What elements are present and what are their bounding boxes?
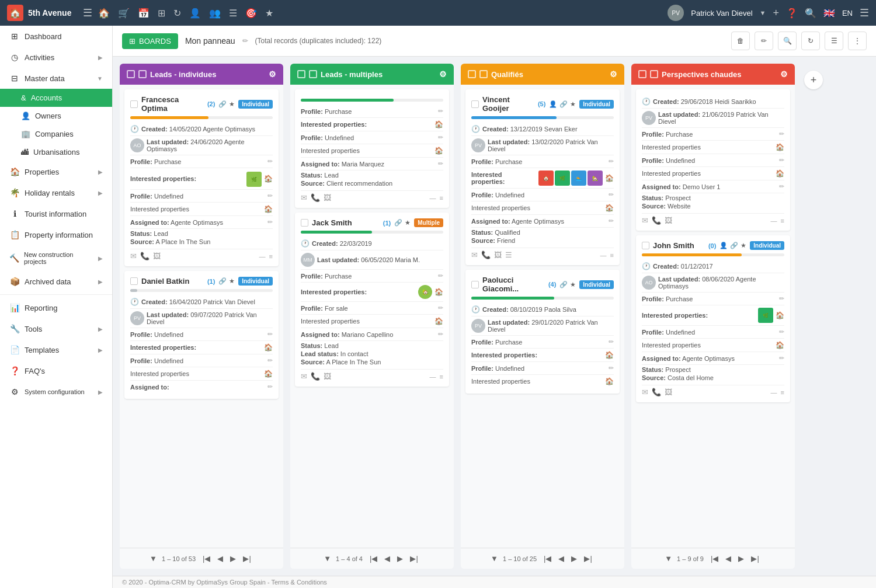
target-icon[interactable]: 🎯 bbox=[245, 8, 257, 19]
link-icon-paolucci[interactable]: 🔗 bbox=[559, 281, 568, 288]
footer-dash-vincent[interactable]: — bbox=[600, 252, 607, 259]
image-icon-heidi[interactable]: 🖼 bbox=[665, 216, 672, 225]
footer-dash-u[interactable]: — bbox=[430, 194, 436, 201]
col-checkbox2[interactable] bbox=[138, 70, 147, 78]
add-icon[interactable]: + bbox=[773, 7, 779, 19]
user-dropdown-arrow[interactable]: ▼ bbox=[760, 9, 766, 16]
email-icon[interactable]: ✉ bbox=[130, 252, 137, 260]
image-icon-john[interactable]: 🖼 bbox=[665, 388, 672, 396]
sidebar-item-activities[interactable]: ◷ Activities ▶ bbox=[0, 47, 112, 68]
nav-prev-q[interactable]: ◀ bbox=[556, 553, 566, 564]
sidebar-item-tourist-info[interactable]: ℹ Tourist information bbox=[0, 203, 112, 224]
phone-icon[interactable]: 📞 bbox=[140, 252, 150, 260]
col-checkbox-p1[interactable] bbox=[638, 70, 646, 78]
edit-profile2-heidi[interactable]: ✏ bbox=[779, 156, 784, 164]
phone-icon-john[interactable]: 📞 bbox=[652, 388, 661, 396]
link-icon-jack[interactable]: 🔗 bbox=[394, 219, 402, 227]
card-checkbox-john[interactable] bbox=[642, 242, 649, 249]
edit-profile2-jack[interactable]: ✏ bbox=[438, 304, 443, 312]
nav-last[interactable]: ▶| bbox=[241, 553, 253, 564]
footer-lines[interactable]: ≡ bbox=[269, 253, 273, 260]
search-button[interactable]: 🔍 bbox=[778, 32, 797, 50]
edit-profile-vincent[interactable]: ✏ bbox=[609, 158, 614, 165]
list-icon[interactable]: ☰ bbox=[229, 8, 237, 19]
footer-dash-jack[interactable]: — bbox=[430, 373, 436, 380]
footer-lines-u[interactable]: ≡ bbox=[440, 194, 443, 201]
image-icon-u[interactable]: 🖼 bbox=[324, 193, 331, 202]
edit-assigned-heidi[interactable]: ✏ bbox=[779, 183, 784, 190]
sidebar-item-properties[interactable]: 🏠 Properties ▶ bbox=[0, 161, 112, 182]
edit-profile2-paolucci[interactable]: ✏ bbox=[609, 364, 614, 372]
col-checkbox-q1[interactable] bbox=[468, 70, 476, 78]
edit-profile-jack[interactable]: ✏ bbox=[438, 272, 443, 280]
nav-prev-mult[interactable]: ◀ bbox=[382, 553, 392, 564]
sidebar-item-faqs[interactable]: ❓ FAQ's bbox=[0, 360, 112, 381]
nav-last-mult[interactable]: ▶| bbox=[408, 553, 420, 564]
edit-assigned-daniel[interactable]: ✏ bbox=[267, 383, 273, 391]
menu-icon[interactable]: ☰ bbox=[860, 6, 869, 19]
col-gear-perspectives[interactable]: ⚙ bbox=[780, 69, 788, 79]
link-icon-vincent[interactable]: 🔗 bbox=[559, 100, 568, 108]
col-footer-down-p[interactable]: ▼ bbox=[665, 554, 672, 563]
sidebar-item-system-config[interactable]: ⚙ System configuration ▶ bbox=[0, 381, 112, 402]
edit-assigned-vincent[interactable]: ✏ bbox=[609, 217, 614, 225]
edit-assigned-jack[interactable]: ✏ bbox=[438, 330, 443, 338]
list-view-button[interactable]: ☰ bbox=[825, 32, 843, 50]
edit-profile-john[interactable]: ✏ bbox=[779, 295, 784, 302]
grid-icon[interactable]: ⊞ bbox=[158, 8, 165, 19]
sidebar-item-new-construction[interactable]: 🔨 New construction projects ▶ bbox=[0, 245, 112, 271]
link-icon-john[interactable]: 🔗 bbox=[730, 242, 738, 249]
sidebar-item-urbanisations[interactable]: 🏙 Urbanisations bbox=[0, 143, 112, 161]
col-checkbox-p2[interactable] bbox=[650, 70, 658, 78]
star-icon-card[interactable]: ★ bbox=[229, 100, 235, 108]
calendar-icon[interactable]: 📅 bbox=[138, 8, 150, 19]
col-checkbox[interactable] bbox=[127, 70, 135, 78]
sidebar-item-reporting[interactable]: 📊 Reporting bbox=[0, 297, 112, 318]
flag-icon[interactable]: 🇬🇧 bbox=[823, 8, 835, 19]
nav-first-mult[interactable]: |◀ bbox=[367, 553, 380, 564]
edit-profile2-unnamed[interactable]: ✏ bbox=[438, 134, 443, 141]
sidebar-item-owners[interactable]: 👤 Owners bbox=[0, 107, 112, 125]
edit-profile-daniel[interactable]: ✏ bbox=[267, 330, 273, 338]
col-checkbox-q2[interactable] bbox=[479, 70, 488, 78]
app-logo[interactable]: 🏠 5th Avenue bbox=[7, 5, 71, 21]
col-checkbox-m1[interactable] bbox=[297, 70, 305, 78]
more-options-button[interactable]: ⋮ bbox=[848, 32, 867, 50]
add-column-button[interactable]: + bbox=[804, 71, 823, 89]
email-icon-u[interactable]: ✉ bbox=[301, 193, 307, 202]
edit-profile-paolucci[interactable]: ✏ bbox=[609, 338, 614, 346]
edit-assigned-john[interactable]: ✏ bbox=[779, 354, 784, 362]
nav-next[interactable]: ▶ bbox=[228, 553, 238, 564]
nav-next-p[interactable]: ▶ bbox=[736, 553, 746, 564]
email-icon-vincent[interactable]: ✉ bbox=[471, 250, 478, 259]
sidebar-item-property-info[interactable]: 📋 Property information bbox=[0, 224, 112, 245]
edit-profile2-francesca[interactable]: ✏ bbox=[267, 192, 273, 200]
sidebar-item-tools[interactable]: 🔧 Tools ▶ bbox=[0, 318, 112, 339]
footer-dash-heidi[interactable]: — bbox=[771, 217, 777, 224]
col-gear-qualifies[interactable]: ⚙ bbox=[610, 69, 617, 79]
email-icon-heidi[interactable]: ✉ bbox=[642, 216, 648, 225]
nav-first-p[interactable]: |◀ bbox=[708, 553, 721, 564]
board-edit-icon[interactable]: ✏ bbox=[242, 37, 248, 45]
user-icon-john[interactable]: 👤 bbox=[719, 242, 728, 249]
col-footer-down[interactable]: ▼ bbox=[150, 554, 157, 563]
home-icon[interactable]: 🏠 bbox=[98, 8, 110, 19]
sidebar-item-holiday-rentals[interactable]: 🌴 Holiday rentals ▶ bbox=[0, 182, 112, 203]
card-checkbox-paolucci[interactable] bbox=[471, 281, 479, 288]
star-icon-john[interactable]: ★ bbox=[741, 242, 746, 249]
col-footer-down-q[interactable]: ▼ bbox=[491, 554, 498, 563]
nav-next-q[interactable]: ▶ bbox=[569, 553, 579, 564]
footer-dash[interactable]: — bbox=[259, 253, 266, 260]
email-icon-john[interactable]: ✉ bbox=[642, 388, 648, 396]
sidebar-item-companies[interactable]: 🏢 Companies bbox=[0, 125, 112, 143]
nav-prev[interactable]: ◀ bbox=[215, 553, 225, 564]
edit-assigned-unnamed[interactable]: ✏ bbox=[438, 160, 443, 168]
search-icon[interactable]: 🔍 bbox=[805, 8, 816, 19]
boards-button[interactable]: ⊞ BOARDS bbox=[122, 33, 178, 49]
users-icon[interactable]: 👥 bbox=[209, 8, 221, 19]
card-checkbox-daniel[interactable] bbox=[130, 277, 138, 285]
delete-button[interactable]: 🗑 bbox=[731, 32, 750, 50]
email-icon-jack[interactable]: ✉ bbox=[301, 372, 307, 381]
edit-profile2-john[interactable]: ✏ bbox=[779, 328, 784, 336]
sidebar-item-master-data[interactable]: ⊟ Master data ▼ bbox=[0, 68, 112, 89]
